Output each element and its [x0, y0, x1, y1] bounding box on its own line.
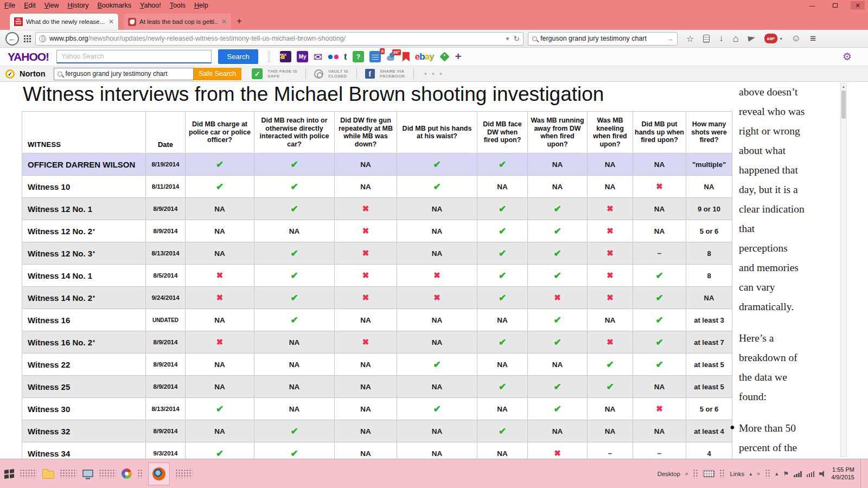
reading-list-icon[interactable]: [703, 35, 710, 43]
norton-search-input[interactable]: [66, 70, 174, 78]
scroll-up-icon[interactable]: ▲: [841, 84, 846, 90]
tab-second[interactable]: At leats the bad cop is getti... ✕: [124, 14, 231, 30]
answer-cell: ✔: [633, 331, 686, 354]
volume-icon[interactable]: [819, 471, 826, 477]
desktop-toolbar-label[interactable]: Desktop: [658, 471, 680, 477]
search-go-icon[interactable]: →: [666, 35, 673, 43]
new-tab-button[interactable]: +: [237, 16, 242, 27]
show-desktop-button[interactable]: [860, 459, 864, 488]
network-signal-icon[interactable]: [807, 471, 815, 477]
file-explorer-icon[interactable]: [42, 471, 54, 479]
vault-icon[interactable]: [314, 69, 323, 79]
action-center-flag-icon[interactable]: ⚑: [783, 470, 789, 478]
cross-icon: ✖: [362, 248, 369, 258]
close-button[interactable]: ✕: [851, 1, 865, 10]
menu-item-file[interactable]: File: [4, 2, 15, 9]
norton-search-bar[interactable]: [54, 68, 194, 80]
smiley-icon[interactable]: ☺: [792, 33, 801, 44]
cross-icon: ✖: [362, 271, 369, 280]
check-icon: ✔: [290, 270, 298, 281]
sidebar-paragraph: Here’s abreakdown ofthe data wefound:: [739, 329, 832, 407]
tray-expand-icon[interactable]: ▴: [775, 470, 778, 477]
yahoo-search-input[interactable]: [56, 50, 212, 63]
url-bar[interactable]: www.pbs.org/newshour/updates/newly-relea…: [35, 32, 524, 46]
mail-icon[interactable]: ✉: [314, 50, 323, 63]
shots-cell: at least 3: [686, 309, 732, 331]
touch-keyboard-icon[interactable]: [703, 470, 714, 477]
menu-item-tools[interactable]: Tools: [170, 2, 186, 9]
tumblr-icon[interactable]: t: [344, 51, 347, 62]
reload-icon[interactable]: ↻: [513, 34, 520, 43]
bookmark-ribbon-icon[interactable]: [403, 52, 410, 62]
answer-cell: ✖: [528, 287, 588, 309]
table-row: Witness 16 No. 2*8/9/2014✖NA✖NA✔✔✖✔at le…: [22, 331, 732, 354]
na-value: NA: [432, 205, 443, 213]
minimize-button[interactable]: —: [805, 1, 819, 10]
header-cell: Date: [146, 111, 186, 153]
send-icon[interactable]: [748, 35, 756, 42]
na-value: NA: [605, 405, 616, 413]
answer-cell: NA: [528, 176, 588, 198]
my-yahoo-icon[interactable]: My: [297, 51, 308, 62]
menu-item-edit[interactable]: Edit: [24, 2, 36, 9]
chevron-up-icon[interactable]: ▴: [749, 471, 752, 477]
news-icon[interactable]: 8: [369, 51, 381, 62]
yahoo-search-button[interactable]: Search: [218, 49, 258, 64]
answer-cell: ✔: [477, 242, 528, 265]
page-safe-icon[interactable]: ✓: [252, 68, 263, 79]
answer-cell: NA: [477, 354, 528, 376]
menu-hamburger-icon[interactable]: ≡: [810, 33, 816, 44]
cellular-signal-icon[interactable]: [794, 471, 802, 477]
help-question-icon[interactable]: ?: [353, 51, 364, 62]
menu-item-view[interactable]: View: [44, 2, 59, 9]
bookmark-star-icon[interactable]: ☆: [686, 34, 694, 44]
witness-cell: Witness 32: [22, 420, 146, 442]
menu-item-yahoo[interactable]: Yahoo!: [140, 2, 161, 9]
firefox-taskbar-button[interactable]: [148, 463, 170, 485]
back-button[interactable]: ←: [5, 32, 19, 46]
restore-button[interactable]: [828, 1, 842, 10]
sidebar-paragraph: above doesn’treveal who wasright or wron…: [739, 83, 832, 317]
answer-cell: NA: [633, 376, 686, 398]
start-button[interactable]: [4, 469, 14, 479]
computer-icon[interactable]: [82, 470, 93, 477]
tab-pbs-newshour[interactable]: PBSNEWSHOUR What do the newly release...…: [10, 14, 118, 30]
check-icon: ✔: [290, 292, 298, 304]
adblock-plus-icon[interactable]: ABP: [764, 34, 777, 43]
picasa-icon[interactable]: [122, 468, 132, 479]
check-icon: ✔: [655, 359, 663, 370]
scrollbar-thumb[interactable]: [841, 91, 846, 119]
gear-icon[interactable]: ⚙: [843, 50, 852, 63]
grid-icon[interactable]: [23, 35, 31, 42]
ebay-icon[interactable]: ebay: [415, 52, 434, 62]
flickr-icon[interactable]: [328, 55, 339, 59]
pickem-icon[interactable]: PICK 'EM: [280, 51, 291, 62]
na-value: NA: [654, 227, 665, 235]
chevron-right-icon[interactable]: »: [757, 471, 760, 477]
tag-icon[interactable]: [439, 52, 449, 61]
vertical-scrollbar[interactable]: ▲: [840, 83, 847, 457]
tab-close-icon[interactable]: ✕: [108, 18, 114, 25]
menu-item-history[interactable]: History: [68, 2, 89, 9]
links-toolbar-label[interactable]: Links: [730, 471, 744, 477]
home-icon[interactable]: ⌂: [733, 33, 739, 44]
downloads-icon[interactable]: ↓: [719, 33, 724, 44]
menu-item-help[interactable]: Help: [194, 2, 208, 9]
tray-clock[interactable]: 1:55 PM4/9/2015: [831, 466, 854, 481]
weather-icon[interactable]: 36°: [386, 52, 397, 62]
facebook-icon[interactable]: f: [365, 69, 375, 79]
yahoo-logo[interactable]: YAHOO!: [8, 50, 49, 63]
safe-search-button[interactable]: Safe Search: [194, 68, 242, 80]
overflow-dots-icon[interactable]: ● ● ●: [424, 71, 444, 76]
tab-close-icon[interactable]: ✕: [221, 18, 227, 25]
adblock-caret-icon[interactable]: ▾: [780, 36, 782, 41]
menu-item-bookmarks[interactable]: Bookmarks: [98, 2, 132, 9]
add-icon[interactable]: +: [455, 50, 462, 63]
cross-icon: ✖: [607, 204, 614, 214]
url-dropdown-icon[interactable]: ▾: [506, 35, 509, 42]
toolbar-separator: [413, 68, 414, 79]
sidebar-line: that: [739, 220, 832, 239]
table-row: Witness 12 No. 2*8/9/2014NANA✖NA✔✔✖NA5 o…: [22, 220, 732, 242]
chevron-right-icon[interactable]: »: [685, 471, 688, 477]
browser-search-bar[interactable]: ferguson grand jury testimony chart →: [528, 32, 678, 46]
